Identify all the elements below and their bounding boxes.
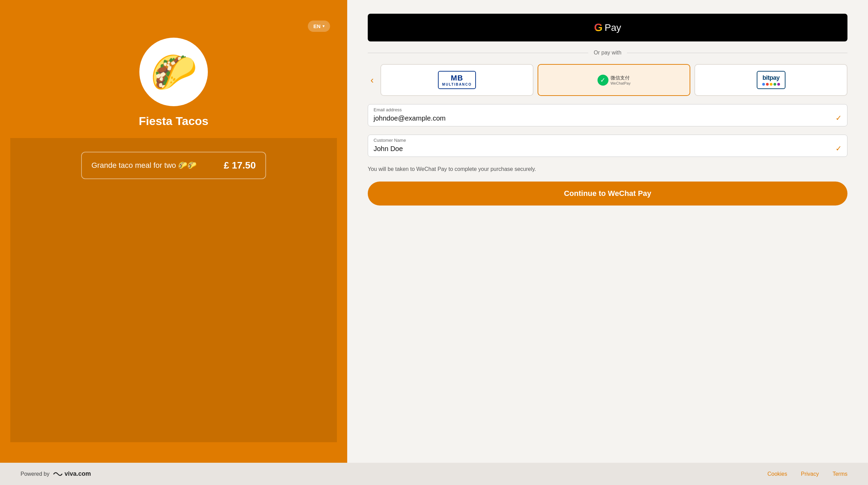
privacy-link[interactable]: Privacy: [801, 471, 819, 477]
powered-by-label: Powered by: [21, 471, 50, 477]
order-description: Grande taco meal for two 🌮🌮: [91, 161, 197, 170]
merchant-emoji: 🌮: [150, 53, 197, 91]
wechat-icon: ✓: [597, 75, 608, 86]
right-panel: G Pay Or pay with ‹ MB MULTIBANCO: [347, 0, 868, 463]
or-pay-with-divider: Or pay with: [368, 50, 847, 56]
email-field-group: Email address johndoe@example.com ✓: [368, 104, 847, 126]
wechat-text: 微信支付 WeChatPay: [611, 75, 631, 85]
cookies-link[interactable]: Cookies: [767, 471, 787, 477]
footer-links: Cookies Privacy Terms: [767, 471, 847, 477]
merchant-logo: 🌮: [139, 38, 208, 106]
wechat-logo: ✓ 微信支付 WeChatPay: [597, 75, 631, 86]
payment-nav-prev-button[interactable]: ‹: [368, 72, 376, 88]
payment-option-multibanco[interactable]: MB MULTIBANCO: [380, 64, 533, 96]
viva-logo: viva.com: [53, 470, 91, 477]
email-value[interactable]: johndoe@example.com: [374, 114, 445, 122]
bitpay-text: bitpay: [763, 74, 780, 82]
payment-options: MB MULTIBANCO ✓ 微信支付 WeChatPay: [380, 64, 847, 96]
google-g-icon: G: [594, 21, 603, 34]
chevron-down-icon: ▾: [323, 24, 325, 28]
lang-label: EN: [313, 23, 320, 29]
name-value[interactable]: John Doe: [374, 145, 403, 153]
mb-logo-text: MB: [451, 74, 463, 83]
name-field-group: Customer Name John Doe ✓: [368, 135, 847, 157]
order-card: Grande taco meal for two 🌮🌮 £ 17.50: [81, 152, 266, 179]
payment-option-wechat[interactable]: ✓ 微信支付 WeChatPay: [538, 64, 691, 96]
order-price: £ 17.50: [224, 160, 256, 171]
name-label: Customer Name: [374, 138, 842, 143]
payment-methods-row: ‹ MB MULTIBANCO ✓: [368, 64, 847, 96]
google-pay-label: Pay: [605, 22, 621, 33]
viva-icon: [53, 471, 63, 477]
terms-link[interactable]: Terms: [832, 471, 847, 477]
powered-by: Powered by viva.com: [21, 470, 91, 477]
continue-button[interactable]: Continue to WeChat Pay: [368, 182, 847, 206]
google-pay-button[interactable]: G Pay: [368, 14, 847, 41]
email-label: Email address: [374, 107, 842, 112]
payment-option-bitpay[interactable]: bitpay: [694, 64, 847, 96]
language-button[interactable]: EN ▾: [308, 21, 330, 32]
mb-sub-text: MULTIBANCO: [442, 83, 471, 86]
info-text: You will be taken to WeChat Pay to compl…: [368, 165, 847, 173]
email-check-icon: ✓: [835, 114, 842, 123]
merchant-name: Fiesta Tacos: [139, 114, 208, 128]
or-pay-with-text: Or pay with: [594, 50, 621, 56]
bitpay-dots: [762, 83, 780, 86]
viva-brand-text: viva.com: [65, 470, 91, 477]
footer: Powered by viva.com Cookies Privacy Term…: [0, 463, 868, 485]
name-check-icon: ✓: [835, 144, 842, 153]
left-panel: EN ▾ 🌮 Fiesta Tacos Grande taco meal for…: [0, 0, 347, 463]
